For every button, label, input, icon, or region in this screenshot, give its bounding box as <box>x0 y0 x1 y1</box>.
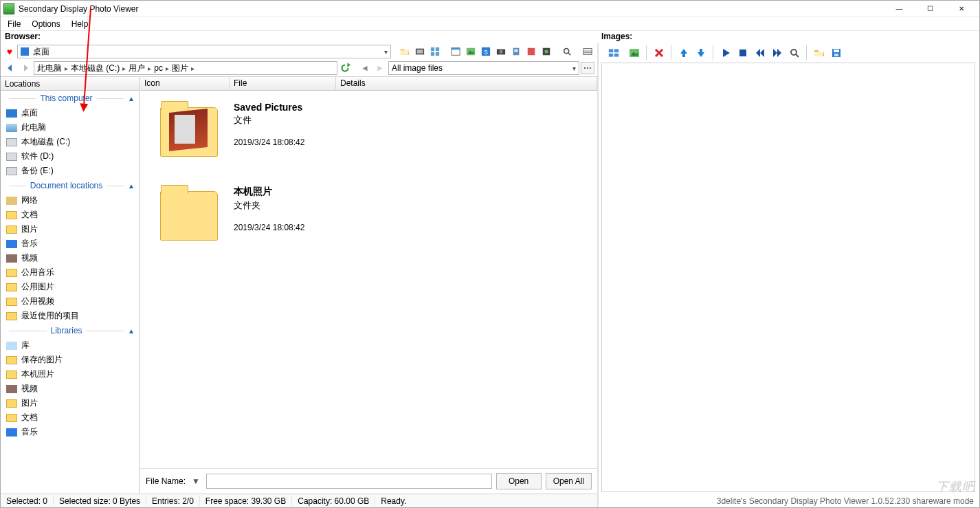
forward-button[interactable] <box>770 45 785 60</box>
chevron-right-icon: ▸ <box>65 65 68 72</box>
svg-rect-27 <box>609 49 613 52</box>
col-icon[interactable]: Icon <box>140 77 230 90</box>
tree-item[interactable]: 本地磁盘 (C:) <box>1 135 139 149</box>
tree-item[interactable]: 文档 <box>1 208 139 222</box>
tree-item[interactable]: 保存的图片 <box>1 353 139 367</box>
group-header[interactable]: Libraries▲ <box>1 323 139 338</box>
tree-item-label: 软件 (D:) <box>21 151 54 162</box>
filter-ext-button[interactable]: ⋯ <box>581 62 594 74</box>
tree-item[interactable]: 图片 <box>1 222 139 236</box>
device-button[interactable] <box>509 45 523 58</box>
browser-toolbar: ♥ 桌面 ▾ S <box>1 43 597 60</box>
tree-item[interactable]: 库 <box>1 338 139 353</box>
delete-button[interactable] <box>652 45 667 60</box>
tree-item-label: 图片 <box>21 397 38 409</box>
history-back-button[interactable] <box>3 62 17 74</box>
filter-label: All image files <box>392 63 443 73</box>
svg-rect-4 <box>431 52 434 56</box>
tree-item[interactable]: 公用音乐 <box>1 265 139 280</box>
file-list[interactable]: Saved Pictures文件2019/3/24 18:08:42本机照片文件… <box>140 91 597 468</box>
open-all-button[interactable]: Open All <box>546 473 592 489</box>
disk-icon <box>6 138 17 146</box>
status-selected-size: Selected size: 0 Bytes <box>54 496 146 506</box>
tree-item[interactable]: 此电脑 <box>1 120 139 135</box>
grid-button[interactable] <box>581 45 594 58</box>
locations-header: Locations <box>1 77 139 91</box>
window-button[interactable] <box>449 45 463 58</box>
breadcrumb-box[interactable]: 此电脑▸ 本地磁盘 (C:)▸ 用户▸ pc▸ 图片▸ <box>34 61 337 75</box>
favorite-icon[interactable]: ♥ <box>3 45 16 58</box>
tree-item[interactable]: 视频 <box>1 251 139 265</box>
image-canvas[interactable] <box>601 63 975 492</box>
tree-item-label: 网络 <box>21 195 38 206</box>
arrow-up-button[interactable] <box>676 45 691 60</box>
tree-item[interactable]: 音乐 <box>1 236 139 251</box>
open-folder-button[interactable] <box>398 45 412 58</box>
thumbnails-button[interactable] <box>428 45 442 58</box>
tree-item[interactable]: 最近使用的项目 <box>1 309 139 323</box>
svg-point-18 <box>544 49 548 53</box>
disk-icon <box>6 167 17 175</box>
minimize-button[interactable]: — <box>884 1 915 16</box>
group-header[interactable]: Document locations▲ <box>1 178 139 193</box>
menu-options[interactable]: Options <box>27 18 64 30</box>
status-selected: Selected: 0 <box>1 496 54 506</box>
nav-up-left-button[interactable]: ◄ <box>358 62 372 74</box>
tree-item[interactable]: 公用视频 <box>1 294 139 309</box>
save-button[interactable] <box>829 45 844 60</box>
nav-up-right-button[interactable]: ► <box>373 62 387 74</box>
status-free: Free space: 39.30 GB <box>200 496 292 506</box>
menu-bar: File Options Help <box>1 17 979 31</box>
grid-view-button[interactable] <box>603 45 625 60</box>
film-button[interactable] <box>413 45 427 58</box>
menu-help[interactable]: Help <box>67 18 93 30</box>
tree-item[interactable]: 软件 (D:) <box>1 149 139 164</box>
tree-item-label: 备份 (E:) <box>21 165 54 177</box>
arrow-down-button[interactable] <box>693 45 709 60</box>
col-file[interactable]: File <box>230 77 336 90</box>
tree-item[interactable]: 图片 <box>1 396 139 410</box>
col-details[interactable]: Details <box>336 77 597 90</box>
rewind-button[interactable] <box>753 45 768 60</box>
red-square-button[interactable] <box>524 45 538 58</box>
group-header[interactable]: This computer▲ <box>1 91 139 106</box>
svg-rect-30 <box>614 54 619 57</box>
file-filter-select[interactable]: All image files ▾ <box>388 61 579 75</box>
tree-item-label: 图片 <box>21 223 38 235</box>
camera-button[interactable] <box>494 45 508 58</box>
close-button[interactable]: ✕ <box>946 1 977 16</box>
play-button[interactable] <box>718 45 733 60</box>
tree-item[interactable]: 网络 <box>1 193 139 208</box>
green-dot-button[interactable] <box>539 45 553 58</box>
breadcrumb-bar: 此电脑▸ 本地磁盘 (C:)▸ 用户▸ pc▸ 图片▸ ◄ ► All imag… <box>1 60 597 76</box>
filename-dropdown-button[interactable]: ▼ <box>190 475 202 487</box>
menu-file[interactable]: File <box>3 18 25 30</box>
file-row[interactable]: 本机照片文件夹2019/3/24 18:08:42 <box>140 180 597 264</box>
open-button[interactable]: Open <box>496 473 542 489</box>
tree-item[interactable]: 备份 (E:) <box>1 164 139 178</box>
filename-input[interactable] <box>206 474 492 489</box>
file-row[interactable]: Saved Pictures文件2019/3/24 18:08:42 <box>140 96 597 180</box>
history-fwd-button[interactable] <box>19 62 32 74</box>
stop-button[interactable] <box>735 45 750 60</box>
status-bar: Selected: 0 Selected size: 0 Bytes Entri… <box>1 494 597 507</box>
tree-item[interactable]: 公用图片 <box>1 280 139 294</box>
s-badge-button[interactable]: S <box>479 45 493 58</box>
zoom-button[interactable] <box>787 45 802 60</box>
tree-item[interactable]: 视频 <box>1 382 139 396</box>
tree-item[interactable]: 音乐 <box>1 425 139 439</box>
maximize-button[interactable]: ☐ <box>915 1 946 16</box>
tree-item[interactable]: 桌面 <box>1 106 139 120</box>
search-button[interactable] <box>560 45 574 58</box>
refresh-button[interactable] <box>339 62 351 74</box>
open-button-img[interactable] <box>812 45 827 60</box>
location-select[interactable]: 桌面 ▾ <box>17 45 391 58</box>
tree-item[interactable]: 文档 <box>1 410 139 425</box>
photo-button[interactable] <box>464 45 478 58</box>
svg-marker-25 <box>24 65 28 71</box>
image-view-button[interactable] <box>627 45 642 60</box>
images-label: Images: <box>597 31 636 43</box>
tree-item[interactable]: 本机照片 <box>1 367 139 382</box>
filename-label: File Name: <box>146 476 186 486</box>
svg-marker-39 <box>756 49 760 57</box>
